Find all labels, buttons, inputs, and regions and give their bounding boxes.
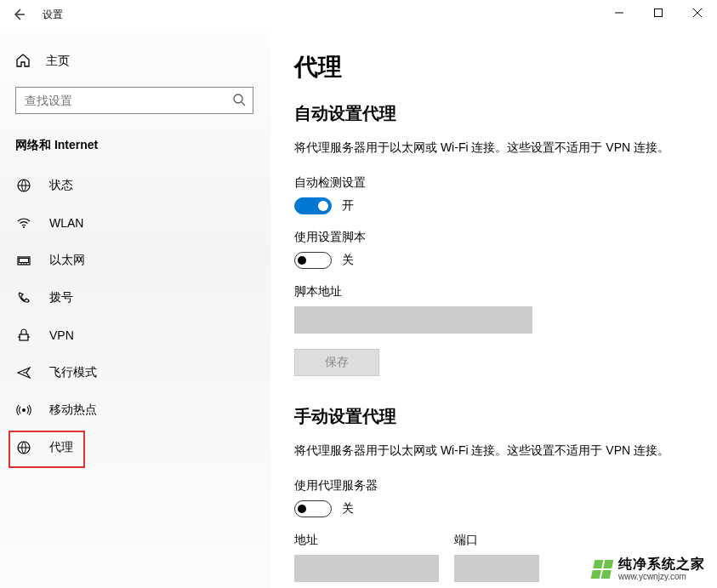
vpn-icon [15, 328, 32, 343]
use-script-label: 使用设置脚本 [294, 230, 693, 245]
watermark-logo-icon [591, 560, 614, 579]
title-bar: 设置 [0, 0, 717, 29]
sidebar-item-label: 代理 [49, 440, 73, 455]
maximize-icon [654, 9, 663, 17]
content-pane: 代理 自动设置代理 将代理服务器用于以太网或 Wi-Fi 连接。这些设置不适用于… [270, 29, 717, 588]
status-icon [15, 178, 32, 193]
back-button[interactable] [0, 0, 37, 29]
auto-proxy-description: 将代理服务器用于以太网或 Wi-Fi 连接。这些设置不适用于 VPN 连接。 [294, 139, 693, 157]
script-url-input[interactable] [294, 306, 532, 334]
window-controls [600, 0, 717, 26]
use-script-toggle[interactable] [294, 252, 332, 269]
sidebar-item-label: 以太网 [49, 253, 85, 268]
watermark-url: www.ycwnjzy.com [618, 572, 705, 581]
svg-point-16 [22, 408, 26, 412]
watermark-name: 纯净系统之家 [618, 557, 705, 572]
home-label: 主页 [46, 54, 70, 69]
sidebar-item-status[interactable]: 状态 [0, 167, 270, 204]
dialup-icon [15, 290, 32, 305]
sidebar-item-hotspot[interactable]: 移动热点 [0, 391, 270, 429]
sidebar-item-label: 状态 [49, 178, 73, 193]
auto-detect-label: 自动检测设置 [294, 175, 693, 191]
use-script-state: 关 [342, 253, 354, 268]
close-icon [693, 9, 702, 17]
save-button-label: 保存 [325, 355, 349, 370]
sidebar-item-label: 拨号 [49, 290, 73, 305]
port-label: 端口 [454, 533, 539, 548]
address-label: 地址 [294, 533, 439, 548]
sidebar-item-proxy[interactable]: 代理 [0, 429, 270, 466]
airplane-icon [15, 365, 32, 380]
svg-line-5 [242, 102, 245, 106]
sidebar-item-label: 移动热点 [49, 402, 97, 418]
use-proxy-state: 关 [342, 501, 354, 517]
manual-proxy-heading: 手动设置代理 [294, 405, 693, 428]
sidebar-item-vpn[interactable]: VPN [0, 317, 270, 354]
use-proxy-toggle[interactable] [294, 500, 332, 517]
search-input[interactable] [23, 93, 232, 108]
script-url-label: 脚本地址 [294, 284, 693, 300]
use-proxy-label: 使用代理服务器 [294, 478, 693, 494]
auto-detect-state: 开 [342, 198, 354, 214]
svg-point-4 [234, 94, 242, 103]
arrow-left-icon [12, 8, 26, 21]
svg-rect-1 [655, 9, 663, 17]
home-icon [15, 53, 31, 71]
watermark: 纯净系统之家 www.ycwnjzy.com [593, 557, 705, 581]
svg-rect-13 [20, 334, 28, 340]
port-input[interactable] [454, 555, 539, 582]
sidebar: 主页 网络和 Internet 状态 WLAN [0, 29, 270, 588]
address-input[interactable] [294, 555, 439, 582]
proxy-icon [15, 440, 32, 455]
sidebar-item-ethernet[interactable]: 以太网 [0, 242, 270, 279]
minimize-button[interactable] [600, 0, 639, 26]
search-box[interactable] [15, 87, 253, 114]
page-title: 代理 [294, 51, 693, 83]
close-button[interactable] [678, 0, 717, 26]
minimize-icon [615, 9, 623, 17]
sidebar-section-title: 网络和 Internet [15, 138, 270, 153]
ethernet-icon [15, 253, 32, 268]
auto-detect-toggle[interactable] [294, 197, 332, 214]
maximize-button[interactable] [639, 0, 678, 26]
svg-point-7 [23, 226, 25, 228]
app-title: 设置 [43, 8, 63, 22]
search-icon [232, 93, 246, 109]
svg-rect-9 [20, 259, 29, 263]
sidebar-item-airplane[interactable]: 飞行模式 [0, 354, 270, 391]
sidebar-item-dialup[interactable]: 拨号 [0, 279, 270, 317]
sidebar-item-label: 飞行模式 [49, 365, 97, 380]
auto-proxy-heading: 自动设置代理 [294, 102, 693, 125]
hotspot-icon [15, 402, 32, 418]
sidebar-item-wlan[interactable]: WLAN [0, 204, 270, 242]
sidebar-item-label: WLAN [49, 216, 83, 230]
home-link[interactable]: 主页 [0, 44, 270, 78]
sidebar-item-label: VPN [49, 328, 74, 342]
save-button[interactable]: 保存 [294, 349, 379, 376]
manual-proxy-description: 将代理服务器用于以太网或 Wi-Fi 连接。这些设置不适用于 VPN 连接。 [294, 442, 693, 460]
wifi-icon [15, 215, 32, 231]
